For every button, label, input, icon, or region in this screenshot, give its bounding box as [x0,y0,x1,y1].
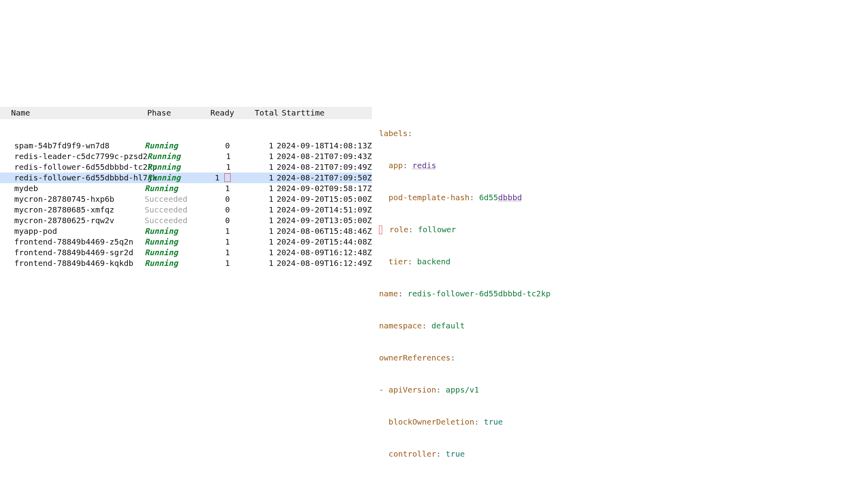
yaml-ctrl-val: true [446,449,465,459]
pod-start: 2024-09-18T14:08:13Z [277,140,372,151]
pod-start: 2024-08-21T07:09:43Z [277,151,372,162]
yaml-or-key: ownerReferences [379,353,451,362]
pod-start: 2024-08-21T07:09:50Z [277,173,372,183]
pod-name: myapp-pod [0,226,144,237]
pod-start: 2024-09-20T14:51:09Z [277,205,372,215]
yaml-app-val: redis [412,161,436,170]
cursor-pods-pane [224,173,231,182]
pod-start: 2024-09-20T13:05:00Z [277,215,372,226]
yaml-pth-val2: dbbbd [498,193,522,202]
pod-ready: 1 [199,226,234,237]
pod-phase: Succeeded [144,205,199,215]
pod-name: frontend-78849b4469-kqkdb [0,258,144,269]
pod-total: 1 [235,162,277,173]
pod-ready: 1 [200,151,235,162]
pod-total: 1 [234,258,277,269]
pod-phase: Succeeded [144,194,199,205]
yaml-labels-key: labels [379,129,407,138]
yaml-api-val: apps/v1 [446,385,479,395]
pod-start: 2024-08-09T16:12:49Z [277,258,372,269]
yaml-dash: - [379,385,389,395]
yaml-api-key: apiVersion [389,385,436,395]
pod-name: spam-54b7fd9f9-wn7d8 [0,140,144,151]
pod-start: 2024-08-09T16:12:48Z [277,247,372,258]
yaml-bod-val: true [484,417,503,427]
pod-ready: 0 [199,140,234,151]
pod-total: 1 [234,237,277,247]
yaml-pth-key: pod-template-hash [389,193,470,202]
pod-phase: Running [144,226,199,237]
yaml-ctrl-key: controller [389,449,436,459]
pods-pane: Name Phase Ready Total Starttime spam-54… [0,85,372,478]
pod-phase: Running [147,151,200,162]
pod-phase: Running [144,247,199,258]
pod-start: 2024-08-06T15:48:46Z [277,226,372,237]
table-row[interactable]: frontend-78849b4469-sgr2dRunning112024-0… [0,247,372,258]
table-row[interactable]: redis-follower-6d55dbbbd-hl7jkRunning1 1… [0,173,372,183]
pod-name: redis-leader-c5dc7799c-pzsd2 [0,151,147,162]
table-row[interactable]: frontend-78849b4469-kqkdbRunning112024-0… [0,258,372,269]
pod-start: 2024-09-20T15:44:08Z [277,237,372,247]
yaml-name-val: redis-follower-6d55dbbbd-tc2kp [407,289,550,298]
yaml-app-key: app [389,161,403,170]
pod-total: 1 [234,194,277,205]
table-row[interactable]: redis-follower-6d55dbbbd-tc2kpRunning112… [0,162,372,173]
table-row[interactable]: mydebRunning112024-09-02T09:58:17Z [0,183,372,194]
pod-ready: 1 [199,183,234,194]
pod-ready: 0 [199,205,234,215]
table-row[interactable]: mycron-28780625-rqw2vSucceeded012024-09-… [0,215,372,226]
pod-total: 1 [234,140,277,151]
pod-name: mycron-28780625-rqw2v [0,215,144,226]
pod-start: 2024-09-02T09:58:17Z [277,183,372,194]
header-start: Starttime [282,108,372,118]
yaml-tier-val: backend [417,257,450,266]
pod-ready: 1 [199,247,234,258]
pod-name: frontend-78849b4469-z5q2n [0,237,144,247]
pod-ready: 0 [199,194,234,205]
pod-name: redis-follower-6d55dbbbd-hl7jk [0,173,147,183]
yaml-pth-val: 6d55 [479,193,498,202]
pod-total: 1 [235,151,277,162]
pod-total: 1 [235,173,277,183]
pod-ready: 1 [199,237,234,247]
header-name: Name [0,108,147,118]
pod-phase: Running [144,237,199,247]
yaml-name-key: name [379,289,398,298]
pod-total: 1 [234,215,277,226]
table-row[interactable]: frontend-78849b4469-z5q2nRunning112024-0… [0,237,372,247]
yaml-ns-val: default [431,321,464,330]
table-row[interactable]: spam-54b7fd9f9-wn7d8Running012024-09-18T… [0,140,372,151]
yaml-ns-key: namespace [379,321,422,330]
pod-ready: 1 [200,162,235,173]
pod-total: 1 [234,183,277,194]
pod-start: 2024-08-21T07:09:49Z [277,162,372,173]
cursor-right-pane [379,226,382,234]
yaml-tier-key: tier [389,257,407,266]
header-phase: Phase [147,108,203,118]
pod-start: 2024-09-20T15:05:00Z [277,194,372,205]
pod-total: 1 [234,205,277,215]
yaml-role-val: follower [418,225,456,234]
pod-name: redis-follower-6d55dbbbd-tc2kp [0,162,147,173]
pod-ready: 1 [200,173,235,183]
pod-phase: Running [144,183,199,194]
pod-ready: 0 [199,215,234,226]
pod-ready: 1 [199,258,234,269]
pod-phase: Running [147,162,200,173]
table-row[interactable]: redis-leader-c5dc7799c-pzsd2Running11202… [0,151,372,162]
header-ready: Ready [203,108,238,118]
table-row[interactable]: myapp-podRunning112024-08-06T15:48:46Z [0,226,372,237]
pod-name: mycron-28780685-xmfqz [0,205,144,215]
table-row[interactable]: mycron-28780685-xmfqzSucceeded012024-09-… [0,205,372,215]
header-total: Total [238,108,282,118]
pod-name: frontend-78849b4469-sgr2d [0,247,144,258]
pod-phase: Running [144,258,199,269]
pod-phase: Running [144,140,199,151]
pod-total: 1 [234,226,277,237]
pod-phase: Running [147,173,200,183]
pod-total: 1 [234,247,277,258]
yaml-role-key: role [389,225,408,234]
table-header: Name Phase Ready Total Starttime [0,107,372,119]
table-row[interactable]: mycron-28780745-hxp6bSucceeded012024-09-… [0,194,372,205]
pod-name: mydeb [0,183,144,194]
